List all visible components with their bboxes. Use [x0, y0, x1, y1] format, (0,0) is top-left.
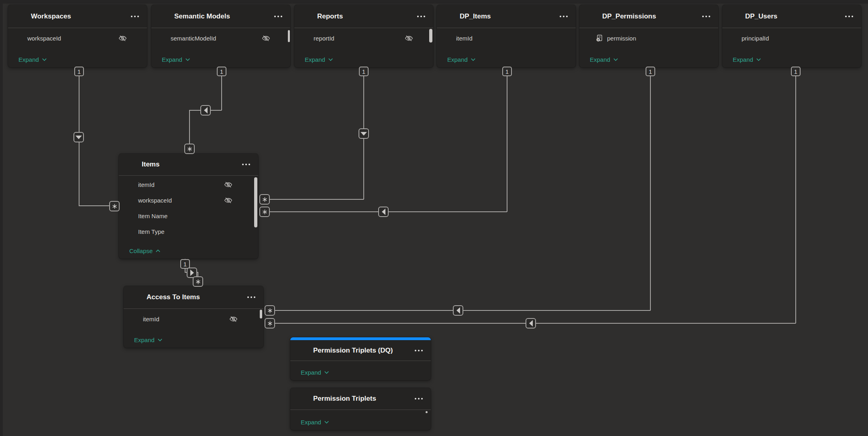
table-card-header[interactable]: Semantic Models [151, 5, 290, 28]
table-card-items[interactable]: Items itemId workspaceId Item Name Item … [119, 154, 258, 259]
more-options-icon[interactable] [415, 350, 423, 351]
field-row[interactable]: semanticModelId [151, 30, 290, 46]
expand-toggle[interactable]: Expand [733, 56, 762, 63]
table-card-header[interactable]: Reports [294, 5, 433, 28]
table-card-header[interactable]: Permission Triplets [290, 388, 431, 410]
table-card-header[interactable]: Permission Triplets (DQ) [290, 340, 431, 361]
field-row[interactable]: Item Type [119, 224, 258, 239]
cardinality-one-marker: 1 [359, 67, 369, 76]
table-card-header[interactable]: Access To Items [124, 286, 263, 309]
field-row[interactable]: itemId [119, 177, 258, 193]
cardinality-many-marker [109, 201, 120, 211]
chevron-down-icon [613, 57, 619, 63]
expand-label: Expand [305, 56, 325, 63]
table-card-permission-triplets[interactable]: Permission Triplets Expand [290, 388, 431, 430]
svg-text:?: ? [597, 38, 599, 42]
asterisk-icon [196, 279, 201, 284]
cardinality-many-marker [259, 207, 270, 217]
collapse-toggle[interactable]: Collapse [129, 247, 161, 254]
cardinality-many-marker [184, 144, 195, 154]
more-options-icon[interactable] [274, 16, 282, 17]
expand-toggle[interactable]: Expand [447, 56, 476, 63]
table-card-dp-permissions[interactable]: DP_Permissions ? permission Expand [579, 5, 718, 67]
expand-toggle[interactable]: Expand [134, 337, 163, 343]
field-row[interactable]: workspaceId [8, 30, 147, 46]
cross-filter-arrow-marker [378, 207, 389, 217]
cardinality-one-label: 1 [505, 68, 509, 75]
cardinality-one-marker: 1 [646, 67, 655, 76]
table-card-header[interactable]: Workspaces [8, 5, 147, 28]
table-card-header[interactable]: DP_Permissions [579, 5, 718, 28]
card-scrollbar[interactable] [426, 411, 428, 413]
expand-toggle[interactable]: Expand [301, 369, 330, 376]
table-card-header[interactable]: DP_Users [722, 5, 861, 28]
eye-off-icon [229, 315, 238, 323]
collapse-label: Collapse [129, 247, 153, 254]
field-row[interactable]: reportId [294, 30, 433, 46]
table-title: Reports [317, 12, 343, 20]
relationship-line [507, 67, 507, 212]
cardinality-one-marker: 1 [74, 67, 84, 76]
field-row[interactable]: workspaceId [119, 193, 258, 208]
field-row[interactable]: itemId [124, 311, 263, 326]
table-card-dp-items[interactable]: DP_Items itemId Expand [437, 5, 576, 67]
field-row[interactable]: itemId [437, 30, 576, 46]
filter-arrow-left-icon [204, 107, 208, 114]
field-name: itemId [456, 35, 473, 42]
table-card-header[interactable]: Items [119, 154, 258, 176]
cardinality-one-marker: 1 [217, 67, 226, 76]
cardinality-many-marker [265, 318, 275, 329]
field-name: principalId [742, 35, 769, 42]
field-row[interactable]: ? permission [579, 30, 718, 46]
eye-off-icon [405, 34, 413, 43]
card-scrollbar[interactable] [429, 29, 432, 43]
table-card-workspaces[interactable]: Workspaces workspaceId Expand [8, 5, 147, 67]
filter-arrow-left-icon [382, 209, 385, 215]
expand-toggle[interactable]: Expand [590, 56, 619, 63]
direct-query-indicator-bar [290, 337, 431, 340]
chevron-down-icon [324, 369, 330, 375]
table-card-dp-users[interactable]: DP_Users principalId Expand [722, 5, 861, 67]
table-card-reports[interactable]: Reports reportId Expand [294, 5, 433, 67]
field-name: itemId [143, 316, 159, 322]
cardinality-many-marker [259, 194, 270, 205]
chevron-down-icon [470, 57, 476, 63]
field-name: semanticModelId [171, 35, 216, 42]
field-row[interactable]: Item Name [119, 208, 258, 224]
more-options-icon[interactable] [242, 164, 250, 165]
eye-off-icon [118, 34, 127, 43]
card-scrollbar[interactable] [254, 177, 257, 227]
chevron-down-icon [185, 57, 191, 63]
cross-filter-arrow-marker [200, 105, 211, 116]
more-options-icon[interactable] [845, 16, 853, 17]
card-scrollbar[interactable] [260, 310, 262, 318]
model-view-canvas[interactable]: 1 1 1 1 1 [0, 0, 868, 436]
chevron-down-icon [324, 419, 330, 425]
cardinality-many-marker [193, 276, 203, 287]
more-options-icon[interactable] [247, 296, 255, 298]
filter-arrow-left-icon [456, 307, 460, 314]
table-card-semantic-models[interactable]: Semantic Models semanticModelId Expand [151, 5, 290, 67]
relationship-line [650, 67, 651, 310]
expand-toggle[interactable]: Expand [162, 56, 191, 63]
canvas-left-edge [0, 0, 3, 436]
more-options-icon[interactable] [560, 16, 568, 17]
more-options-icon[interactable] [417, 16, 425, 17]
table-card-access-to-items[interactable]: Access To Items itemId Expand [124, 286, 263, 348]
field-row[interactable]: principalId [722, 30, 861, 46]
more-options-icon[interactable] [415, 398, 423, 399]
expand-toggle[interactable]: Expand [301, 419, 330, 426]
table-card-header[interactable]: DP_Items [437, 5, 576, 28]
eye-off-icon [262, 34, 270, 43]
relationship-line [79, 205, 110, 206]
field-name: workspaceId [138, 197, 172, 204]
table-card-permission-triplets-dq[interactable]: Permission Triplets (DQ) Expand [290, 337, 431, 380]
table-title: Items [142, 160, 159, 168]
expand-label: Expand [590, 56, 610, 63]
field-error-question-icon: ? [595, 34, 603, 42]
more-options-icon[interactable] [702, 16, 710, 17]
more-options-icon[interactable] [131, 16, 139, 17]
expand-toggle[interactable]: Expand [305, 56, 334, 63]
card-scrollbar[interactable] [288, 30, 290, 42]
expand-toggle[interactable]: Expand [18, 56, 47, 63]
